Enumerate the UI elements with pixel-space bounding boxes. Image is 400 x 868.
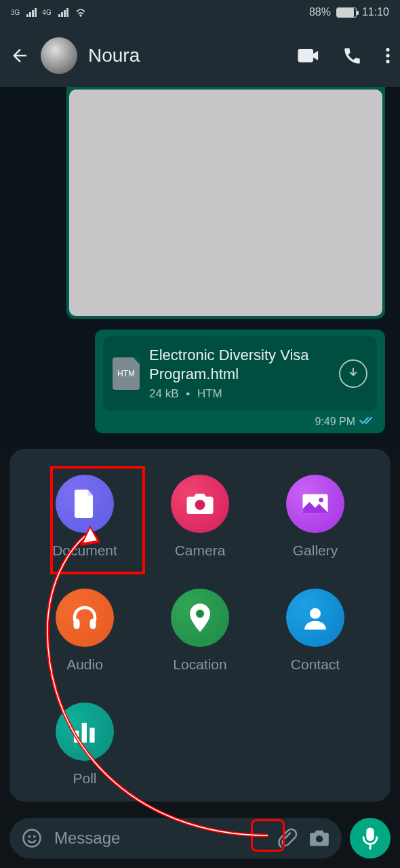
- chat-header: Noura: [0, 24, 400, 87]
- image-message[interactable]: [66, 87, 385, 319]
- voice-call-icon[interactable]: [343, 46, 362, 65]
- svg-point-13: [24, 830, 41, 847]
- net2-label: 4G: [42, 9, 51, 16]
- svg-rect-11: [82, 723, 87, 743]
- message-meta: 9:49 PM: [103, 416, 377, 428]
- attach-contact[interactable]: Contact: [286, 589, 344, 673]
- battery-percent: 88%: [309, 6, 331, 18]
- status-left: 3G 4G: [11, 7, 87, 18]
- svg-rect-6: [74, 619, 80, 629]
- camera-input-icon[interactable]: [309, 829, 329, 847]
- mic-button[interactable]: [350, 818, 391, 859]
- gallery-icon: [302, 492, 329, 515]
- image-placeholder: [69, 90, 382, 316]
- attach-camera[interactable]: Camera: [171, 475, 229, 559]
- attach-label: Contact: [291, 656, 340, 673]
- svg-point-8: [196, 610, 204, 618]
- attach-label: Location: [173, 656, 226, 673]
- download-button[interactable]: [339, 359, 367, 388]
- clock: 11:10: [362, 6, 389, 18]
- status-right: 88% 11:10: [309, 6, 389, 18]
- svg-point-2: [386, 60, 389, 63]
- attach-icon[interactable]: [277, 828, 297, 848]
- avatar[interactable]: [41, 37, 77, 74]
- svg-point-14: [28, 835, 31, 838]
- net1-label: 3G: [11, 9, 20, 16]
- svg-point-1: [386, 54, 389, 57]
- mic-icon: [361, 827, 379, 850]
- attach-location[interactable]: Location: [171, 589, 229, 673]
- contact-name[interactable]: Noura: [88, 45, 286, 66]
- attach-gallery[interactable]: Gallery: [286, 475, 344, 559]
- svg-point-0: [386, 48, 389, 52]
- attach-poll[interactable]: Poll: [56, 703, 114, 787]
- attach-label: Poll: [73, 770, 96, 787]
- document-message[interactable]: HTM Electronic Diversity Visa Program.ht…: [95, 330, 385, 433]
- svg-rect-10: [74, 731, 79, 743]
- battery-icon: [336, 7, 357, 18]
- video-call-icon[interactable]: [297, 47, 320, 64]
- signal-icon: [58, 7, 68, 17]
- back-icon[interactable]: [9, 45, 30, 66]
- more-icon[interactable]: [385, 47, 391, 64]
- message-input[interactable]: Message: [9, 818, 342, 859]
- document-meta: 24 kB • HTM: [149, 387, 329, 401]
- location-pin-icon: [190, 604, 210, 632]
- svg-point-9: [310, 608, 321, 619]
- svg-point-3: [195, 500, 205, 510]
- document-file-icon: HTM: [113, 357, 140, 390]
- headphones-icon: [71, 604, 99, 632]
- wifi-icon: [74, 7, 87, 18]
- attach-document[interactable]: Document: [52, 475, 117, 559]
- svg-rect-7: [90, 619, 96, 629]
- svg-point-5: [319, 498, 323, 502]
- attach-label: Document: [52, 542, 117, 559]
- person-icon: [302, 605, 328, 631]
- document-title: Electronic Diversity Visa Program.html: [149, 346, 329, 383]
- attach-label: Audio: [66, 656, 103, 673]
- read-ticks-icon: [359, 416, 374, 428]
- signal-icon: [26, 7, 37, 17]
- download-icon: [346, 367, 360, 380]
- emoji-icon[interactable]: [22, 828, 42, 848]
- attachment-panel: Document Camera Gallery: [9, 449, 391, 802]
- input-bar: Message: [9, 818, 391, 859]
- message-placeholder: Message: [54, 829, 264, 848]
- svg-point-16: [316, 835, 323, 842]
- status-bar: 3G 4G 88% 11:10: [0, 0, 400, 24]
- attach-label: Gallery: [293, 542, 338, 559]
- poll-icon: [72, 720, 98, 743]
- document-icon: [73, 490, 97, 518]
- svg-point-15: [33, 835, 36, 838]
- svg-rect-12: [89, 728, 94, 743]
- attach-audio[interactable]: Audio: [56, 589, 114, 673]
- chat-area[interactable]: HTM Electronic Diversity Visa Program.ht…: [0, 87, 400, 446]
- message-time: 9:49 PM: [315, 416, 355, 428]
- attach-label: Camera: [175, 542, 226, 559]
- svg-rect-17: [366, 827, 374, 841]
- camera-icon: [186, 492, 214, 516]
- document-row[interactable]: HTM Electronic Diversity Visa Program.ht…: [103, 336, 377, 410]
